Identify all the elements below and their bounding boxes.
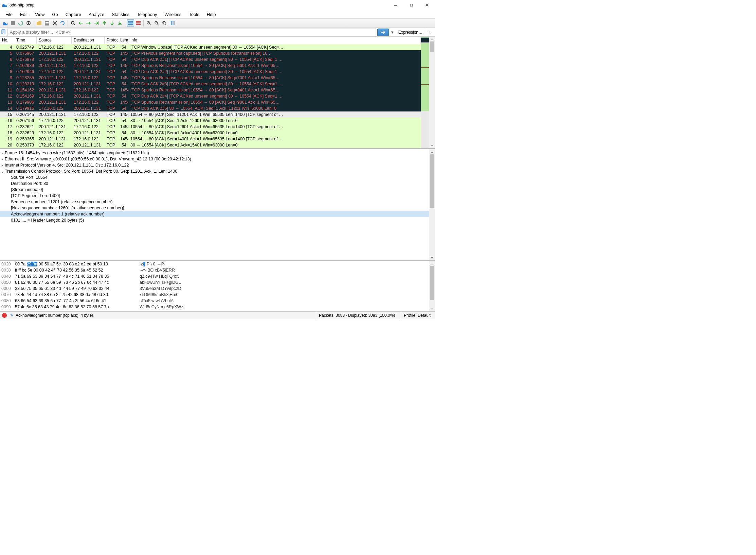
packet-row[interactable]: 140.179915172.16.0.122200.121.1.131TCP54… xyxy=(0,105,421,111)
zoom-out-icon[interactable] xyxy=(153,19,160,27)
hex-line[interactable]: 002000 7a 29 3a 00 50 a7 5c 30 08 e2 e2 … xyxy=(1,262,428,268)
go-to-packet-icon[interactable] xyxy=(93,19,100,27)
bookmark-icon[interactable] xyxy=(1,29,6,35)
expression-button[interactable]: Expression… xyxy=(396,30,425,35)
packet-row[interactable]: 60.076978172.16.0.122200.121.1.131TCP54[… xyxy=(0,56,421,63)
details-scrollbar[interactable]: ▴ ▾ xyxy=(429,149,435,260)
packet-row[interactable]: 90.128285200.121.1.131172.16.0.122TCP145… xyxy=(0,75,421,81)
go-last-icon[interactable] xyxy=(108,19,116,27)
packet-list-pane: No. Time Source Destination Protocol Len… xyxy=(0,37,435,149)
column-destination[interactable]: Destination xyxy=(72,37,105,44)
detail-line[interactable]: 0101 .... = Header Length: 20 bytes (5) xyxy=(0,217,429,223)
column-time[interactable]: Time xyxy=(14,37,37,44)
menu-telephony[interactable]: Telephony xyxy=(133,11,160,18)
menu-view[interactable]: View xyxy=(32,11,48,18)
go-back-icon[interactable] xyxy=(77,19,85,27)
go-first-icon[interactable] xyxy=(101,19,108,27)
detail-line[interactable]: [Next sequence number: 12601 (relative s… xyxy=(0,205,429,211)
add-filter-button[interactable]: + xyxy=(426,29,433,36)
expert-info-icon[interactable] xyxy=(2,313,7,318)
save-file-icon[interactable] xyxy=(43,19,51,27)
close-button[interactable]: ✕ xyxy=(419,0,435,10)
packet-row[interactable]: 40.025749172.16.0.122200.121.1.131TCP54[… xyxy=(0,44,421,50)
auto-scroll-live-icon[interactable] xyxy=(134,19,142,27)
stop-capture-icon[interactable] xyxy=(9,19,17,27)
hex-dump[interactable]: 002000 7a 29 3a 00 50 a7 5c 30 08 e2 e2 … xyxy=(0,261,429,311)
menu-wireless[interactable]: Wireless xyxy=(161,11,185,18)
packet-row[interactable]: 180.232629172.16.0.122200.121.1.131TCP54… xyxy=(0,130,421,136)
menu-edit[interactable]: Edit xyxy=(17,11,31,18)
minimize-button[interactable]: — xyxy=(388,0,403,10)
packet-minimap[interactable] xyxy=(421,37,429,148)
packet-row[interactable]: 50.076967200.121.1.131172.16.0.122TCP145… xyxy=(0,50,421,56)
filter-history-dropdown[interactable]: ▾ xyxy=(390,29,395,36)
detail-line[interactable]: Destination Port: 80 xyxy=(0,180,429,187)
packet-row[interactable]: 130.179906200.121.1.131172.16.0.122TCP14… xyxy=(0,99,421,105)
menu-statistics[interactable]: Statistics xyxy=(108,11,133,18)
hex-line[interactable]: 007078 4c 44 4d 74 38 6b 2f 75 42 68 38 … xyxy=(1,292,428,298)
apply-filter-button[interactable] xyxy=(377,29,389,36)
hex-line[interactable]: 009057 4c 6c 35 63 43 79 4e 6d 63 36 52 … xyxy=(1,305,428,311)
edit-preferences-icon[interactable]: ✎ xyxy=(10,313,14,318)
hex-line[interactable]: 006033 56 75 35 65 61 33 4d 44 59 77 49 … xyxy=(1,286,428,292)
restart-capture-icon[interactable] xyxy=(17,19,24,27)
packet-row[interactable]: 170.232621200.121.1.131172.16.0.122TCP14… xyxy=(0,124,421,130)
menu-go[interactable]: Go xyxy=(49,11,61,18)
detail-line[interactable]: ›Ethernet II, Src: Vmware_c0:00:01 (00:5… xyxy=(0,156,429,162)
packet-row[interactable]: 70.102939200.121.1.131172.16.0.122TCP145… xyxy=(0,63,421,69)
packet-list-scrollbar[interactable]: ▴ ▾ xyxy=(429,37,435,148)
packet-list-body[interactable]: 40.025749172.16.0.122200.121.1.131TCP54[… xyxy=(0,44,421,148)
column-info[interactable]: Info xyxy=(128,37,421,44)
packet-row[interactable]: 160.207156172.16.0.122200.121.1.131TCP54… xyxy=(0,118,421,124)
packet-row[interactable]: 110.154162200.121.1.131172.16.0.122TCP14… xyxy=(0,87,421,93)
status-profile[interactable]: Profile: Default xyxy=(401,312,435,319)
packet-list-header[interactable]: No. Time Source Destination Protocol Len… xyxy=(0,37,421,44)
reload-icon[interactable] xyxy=(59,19,66,27)
hex-line[interactable]: 008063 66 54 63 69 35 6a 77 77 4c 2f 56 … xyxy=(1,298,428,305)
packet-row[interactable]: 150.207145200.121.1.131172.16.0.122TCP14… xyxy=(0,111,421,118)
status-packets: Packets: 3083 · Displayed: 3083 (100.0%) xyxy=(316,312,401,319)
column-length[interactable]: Length xyxy=(118,37,128,44)
resize-columns-icon[interactable] xyxy=(168,19,176,27)
zoom-reset-icon[interactable]: 1 xyxy=(161,19,168,27)
packet-row[interactable]: 190.258365200.121.1.131172.16.0.122TCP14… xyxy=(0,136,421,142)
packet-row[interactable]: 200.258373172.16.0.122200.121.1.131TCP54… xyxy=(0,142,421,148)
detail-line[interactable]: [TCP Segment Len: 1400] xyxy=(0,193,429,199)
packet-row[interactable]: 120.154169172.16.0.122200.121.1.131TCP54… xyxy=(0,93,421,99)
column-no[interactable]: No. xyxy=(0,37,14,44)
go-forward-icon[interactable] xyxy=(85,19,92,27)
display-filter-input[interactable] xyxy=(7,29,376,36)
column-source[interactable]: Source xyxy=(37,37,72,44)
hex-line[interactable]: 004071 5a 69 63 39 34 54 77 48 4c 71 46 … xyxy=(1,274,428,280)
hex-line[interactable]: 0030ff ff bc 5e 00 00 42 4f 78 42 56 35 … xyxy=(1,268,428,274)
detail-line[interactable]: Source Port: 10554 xyxy=(0,174,429,180)
detail-line[interactable]: [Stream index: 0] xyxy=(0,187,429,193)
column-protocol[interactable]: Protocol xyxy=(105,37,118,44)
start-capture-icon[interactable] xyxy=(1,19,9,27)
svg-line-21 xyxy=(157,24,159,25)
packet-row[interactable]: 100.128319172.16.0.122200.121.1.131TCP54… xyxy=(0,81,421,87)
detail-line[interactable]: ›Frame 15: 1454 bytes on wire (11632 bit… xyxy=(0,150,429,156)
svg-rect-0 xyxy=(11,21,15,25)
detail-line[interactable]: Sequence number: 11201 (relative sequenc… xyxy=(0,199,429,205)
open-file-icon[interactable] xyxy=(35,19,43,27)
maximize-button[interactable]: ☐ xyxy=(403,0,419,10)
detail-line[interactable]: Acknowledgment number: 1 (relative ack n… xyxy=(0,211,429,217)
auto-scroll-icon[interactable] xyxy=(116,19,124,27)
close-file-icon[interactable] xyxy=(51,19,58,27)
capture-options-icon[interactable] xyxy=(25,19,32,27)
colorize-icon[interactable] xyxy=(127,19,134,27)
detail-line[interactable]: ›Internet Protocol Version 4, Src: 200.1… xyxy=(0,162,429,168)
packet-details-tree[interactable]: ›Frame 15: 1454 bytes on wire (11632 bit… xyxy=(0,149,429,260)
packet-row[interactable]: 80.102946172.16.0.122200.121.1.131TCP54[… xyxy=(0,69,421,75)
menu-help[interactable]: Help xyxy=(203,11,219,18)
hex-scrollbar[interactable]: ▴ ▾ xyxy=(429,261,435,311)
zoom-in-icon[interactable] xyxy=(145,19,152,27)
menu-capture[interactable]: Capture xyxy=(62,11,85,18)
find-icon[interactable] xyxy=(69,19,77,27)
menu-tools[interactable]: Tools xyxy=(185,11,202,18)
menu-analyze[interactable]: Analyze xyxy=(85,11,108,18)
hex-line[interactable]: 005061 62 46 30 77 55 6e 59 73 46 2b 67 … xyxy=(1,280,428,286)
detail-line[interactable]: ⌄Transmission Control Protocol, Src Port… xyxy=(0,168,429,174)
menu-file[interactable]: File xyxy=(2,11,16,18)
